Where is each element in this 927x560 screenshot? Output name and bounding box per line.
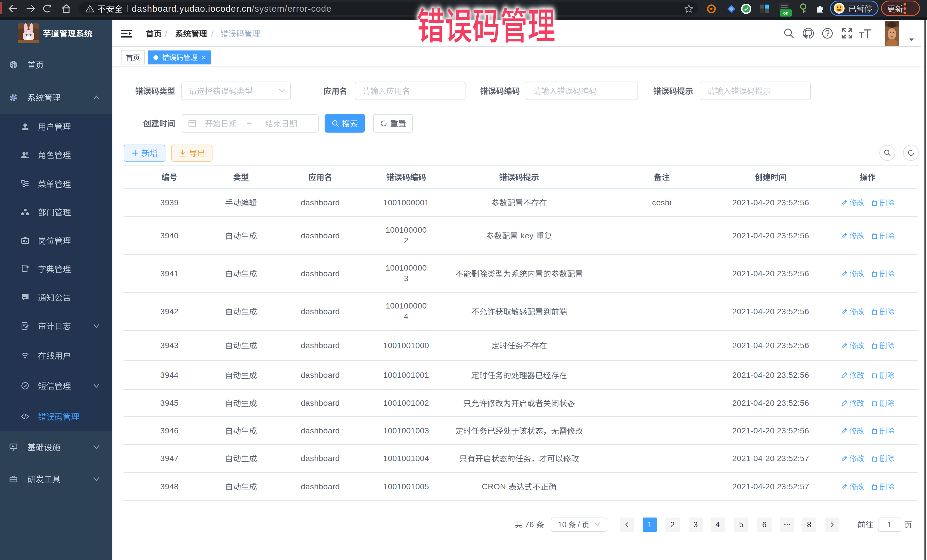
- svg-text:on: on: [783, 11, 789, 15]
